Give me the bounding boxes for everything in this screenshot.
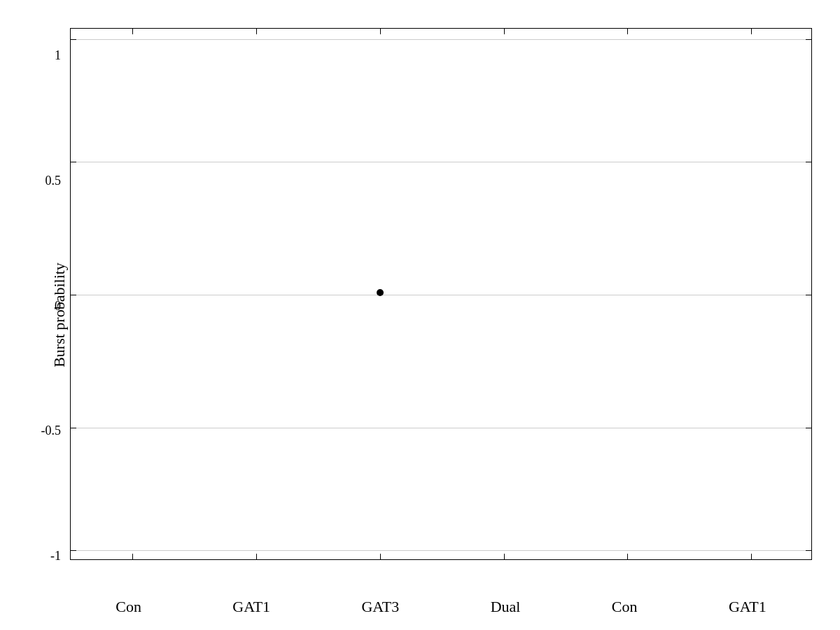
xtick-top-3 [504, 29, 505, 34]
xtick-top-0 [132, 29, 133, 34]
xtick-bottom-2 [380, 554, 381, 559]
x-label-gat1-2: GAT1 [729, 598, 766, 616]
ytick-right-1 [806, 39, 811, 40]
y-tick-neg1: -1 [50, 548, 61, 563]
y-tick-0: 0 [55, 298, 61, 313]
xtick-bottom-4 [627, 554, 628, 559]
xtick-bottom-1 [256, 554, 257, 559]
xtick-top-1 [256, 29, 257, 34]
ytick-right-0 [806, 295, 811, 295]
gridline-y0 [71, 295, 811, 295]
ytick-right-neg1 [806, 550, 811, 551]
xtick-top-5 [751, 29, 752, 34]
xtick-bottom-0 [132, 554, 133, 559]
x-label-dual: Dual [491, 598, 521, 616]
xtick-top-4 [627, 29, 628, 34]
ytick-right-05 [806, 162, 811, 162]
y-tick-05: 0.5 [46, 174, 62, 188]
gridline-y1 [71, 39, 811, 40]
x-axis-labels: Con GAT1 GAT3 Dual Con GAT1 [70, 598, 812, 616]
gridline-yneg05 [71, 428, 811, 428]
ytick-right-neg05 [806, 428, 811, 428]
ytick-left-1 [71, 39, 76, 40]
x-label-gat1: GAT1 [232, 598, 270, 616]
xtick-bottom-3 [504, 554, 505, 559]
y-tick-1: 1 [55, 48, 61, 63]
chart-area [70, 28, 812, 560]
xtick-bottom-5 [751, 554, 752, 559]
ytick-left-neg05 [71, 428, 76, 428]
x-label-con2: Con [612, 598, 638, 616]
ytick-left-0 [71, 295, 76, 295]
ytick-left-neg1 [71, 550, 76, 551]
xtick-top-2 [380, 29, 381, 34]
chart-container: Burst probability 1 0.5 0 -0.5 -1 [0, 0, 840, 630]
x-label-gat3: GAT3 [361, 598, 399, 616]
x-label-con1: Con [115, 598, 141, 616]
ytick-left-05 [71, 162, 76, 162]
gridline-yneg1 [71, 550, 811, 551]
y-ticks-container: 1 0.5 0 -0.5 -1 [0, 28, 66, 560]
gridline-y05 [71, 162, 811, 162]
data-point-gat3 [377, 289, 384, 296]
y-tick-neg05: -0.5 [41, 424, 62, 438]
